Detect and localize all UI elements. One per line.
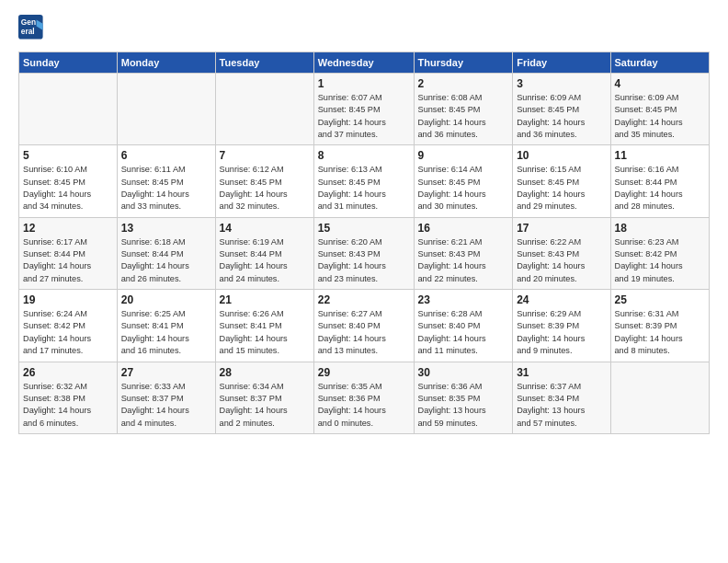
day-number: 29 [318,366,410,379]
day-number: 31 [517,366,606,379]
calendar-cell: 26Sunrise: 6:32 AM Sunset: 8:38 PM Dayli… [19,362,118,433]
day-info: Sunrise: 6:28 AM Sunset: 8:40 PM Dayligh… [418,308,509,357]
day-info: Sunrise: 6:08 AM Sunset: 8:45 PM Dayligh… [418,92,509,141]
day-number: 27 [121,366,211,379]
day-number: 20 [121,293,211,306]
calendar-week-row: 12Sunrise: 6:17 AM Sunset: 8:44 PM Dayli… [19,217,710,289]
day-number: 9 [418,149,509,162]
calendar-cell: 10Sunrise: 6:15 AM Sunset: 8:45 PM Dayli… [513,145,610,217]
day-info: Sunrise: 6:11 AM Sunset: 8:45 PM Dayligh… [121,164,211,213]
day-number: 11 [615,149,706,162]
day-number: 10 [517,149,606,162]
day-info: Sunrise: 6:29 AM Sunset: 8:39 PM Dayligh… [517,308,606,357]
calendar-cell: 2Sunrise: 6:08 AM Sunset: 8:45 PM Daylig… [414,74,513,145]
calendar-week-row: 1Sunrise: 6:07 AM Sunset: 8:45 PM Daylig… [19,74,710,145]
calendar-cell: 4Sunrise: 6:09 AM Sunset: 8:45 PM Daylig… [610,74,710,145]
day-info: Sunrise: 6:36 AM Sunset: 8:35 PM Dayligh… [418,381,509,430]
calendar-cell: 12Sunrise: 6:17 AM Sunset: 8:44 PM Dayli… [19,217,118,289]
day-info: Sunrise: 6:34 AM Sunset: 8:37 PM Dayligh… [220,381,310,430]
day-number: 4 [615,77,706,90]
calendar-cell: 13Sunrise: 6:18 AM Sunset: 8:44 PM Dayli… [117,217,215,289]
weekday-header: Tuesday [215,52,313,74]
day-number: 3 [517,77,606,90]
calendar-cell: 16Sunrise: 6:21 AM Sunset: 8:43 PM Dayli… [414,217,513,289]
calendar-cell: 7Sunrise: 6:12 AM Sunset: 8:45 PM Daylig… [215,145,313,217]
day-number: 23 [418,293,509,306]
calendar-cell: 23Sunrise: 6:28 AM Sunset: 8:40 PM Dayli… [414,290,513,362]
day-number: 15 [318,222,410,235]
calendar-cell: 27Sunrise: 6:33 AM Sunset: 8:37 PM Dayli… [117,362,215,433]
calendar-cell: 31Sunrise: 6:37 AM Sunset: 8:34 PM Dayli… [513,362,610,433]
calendar-cell: 5Sunrise: 6:10 AM Sunset: 8:45 PM Daylig… [19,145,118,217]
day-number: 18 [615,222,706,235]
logo-area: Gen eral [18,15,46,40]
calendar-cell: 30Sunrise: 6:36 AM Sunset: 8:35 PM Dayli… [414,362,513,433]
day-number: 6 [121,149,211,162]
calendar-cell: 25Sunrise: 6:31 AM Sunset: 8:39 PM Dayli… [610,290,710,362]
day-info: Sunrise: 6:19 AM Sunset: 8:44 PM Dayligh… [220,236,310,285]
calendar-week-row: 5Sunrise: 6:10 AM Sunset: 8:45 PM Daylig… [19,145,710,217]
svg-text:eral: eral [21,27,35,36]
day-number: 1 [318,77,410,90]
calendar-cell: 21Sunrise: 6:26 AM Sunset: 8:41 PM Dayli… [215,290,313,362]
calendar-cell: 29Sunrise: 6:35 AM Sunset: 8:36 PM Dayli… [313,362,414,433]
calendar-header-row: SundayMondayTuesdayWednesdayThursdayFrid… [19,52,710,74]
day-number: 24 [517,293,606,306]
calendar-cell: 28Sunrise: 6:34 AM Sunset: 8:37 PM Dayli… [215,362,313,433]
day-number: 7 [220,149,310,162]
day-info: Sunrise: 6:07 AM Sunset: 8:45 PM Dayligh… [318,92,410,141]
day-info: Sunrise: 6:23 AM Sunset: 8:42 PM Dayligh… [615,236,706,285]
day-number: 2 [418,77,509,90]
page: Gen eral SundayMondayTuesdayWednesdayThu… [0,0,728,443]
calendar-cell: 20Sunrise: 6:25 AM Sunset: 8:41 PM Dayli… [117,290,215,362]
day-info: Sunrise: 6:32 AM Sunset: 8:38 PM Dayligh… [23,381,113,430]
day-info: Sunrise: 6:37 AM Sunset: 8:34 PM Dayligh… [517,381,606,430]
header: Gen eral [18,15,710,40]
calendar-cell: 19Sunrise: 6:24 AM Sunset: 8:42 PM Dayli… [19,290,118,362]
day-info: Sunrise: 6:31 AM Sunset: 8:39 PM Dayligh… [615,308,706,357]
calendar-cell [610,362,710,433]
day-info: Sunrise: 6:24 AM Sunset: 8:42 PM Dayligh… [23,308,113,357]
calendar-cell: 22Sunrise: 6:27 AM Sunset: 8:40 PM Dayli… [313,290,414,362]
day-number: 17 [517,222,606,235]
logo-icon: Gen eral [18,15,44,40]
day-number: 5 [23,149,113,162]
weekday-header: Saturday [610,52,710,74]
calendar-cell: 1Sunrise: 6:07 AM Sunset: 8:45 PM Daylig… [313,74,414,145]
calendar-cell: 24Sunrise: 6:29 AM Sunset: 8:39 PM Dayli… [513,290,610,362]
day-info: Sunrise: 6:22 AM Sunset: 8:43 PM Dayligh… [517,236,606,285]
day-info: Sunrise: 6:09 AM Sunset: 8:45 PM Dayligh… [517,92,606,141]
day-number: 28 [220,366,310,379]
day-info: Sunrise: 6:25 AM Sunset: 8:41 PM Dayligh… [121,308,211,357]
calendar-cell: 15Sunrise: 6:20 AM Sunset: 8:43 PM Dayli… [313,217,414,289]
day-info: Sunrise: 6:16 AM Sunset: 8:44 PM Dayligh… [615,164,706,213]
day-info: Sunrise: 6:18 AM Sunset: 8:44 PM Dayligh… [121,236,211,285]
calendar-cell [19,74,118,145]
day-info: Sunrise: 6:33 AM Sunset: 8:37 PM Dayligh… [121,381,211,430]
day-info: Sunrise: 6:15 AM Sunset: 8:45 PM Dayligh… [517,164,606,213]
day-number: 25 [615,293,706,306]
day-info: Sunrise: 6:27 AM Sunset: 8:40 PM Dayligh… [318,308,410,357]
day-info: Sunrise: 6:10 AM Sunset: 8:45 PM Dayligh… [23,164,113,213]
day-info: Sunrise: 6:09 AM Sunset: 8:45 PM Dayligh… [615,92,706,141]
day-number: 16 [418,222,509,235]
calendar-table: SundayMondayTuesdayWednesdayThursdayFrid… [18,52,710,434]
day-info: Sunrise: 6:26 AM Sunset: 8:41 PM Dayligh… [220,308,310,357]
calendar-cell: 11Sunrise: 6:16 AM Sunset: 8:44 PM Dayli… [610,145,710,217]
calendar-week-row: 26Sunrise: 6:32 AM Sunset: 8:38 PM Dayli… [19,362,710,433]
calendar-cell: 8Sunrise: 6:13 AM Sunset: 8:45 PM Daylig… [313,145,414,217]
calendar-cell [215,74,313,145]
day-number: 13 [121,222,211,235]
day-number: 19 [23,293,113,306]
calendar-week-row: 19Sunrise: 6:24 AM Sunset: 8:42 PM Dayli… [19,290,710,362]
weekday-header: Sunday [19,52,118,74]
weekday-header: Friday [513,52,610,74]
day-number: 26 [23,366,113,379]
calendar-cell: 17Sunrise: 6:22 AM Sunset: 8:43 PM Dayli… [513,217,610,289]
day-info: Sunrise: 6:21 AM Sunset: 8:43 PM Dayligh… [418,236,509,285]
weekday-header: Thursday [414,52,513,74]
day-number: 30 [418,366,509,379]
day-number: 22 [318,293,410,306]
calendar-cell [117,74,215,145]
day-info: Sunrise: 6:14 AM Sunset: 8:45 PM Dayligh… [418,164,509,213]
